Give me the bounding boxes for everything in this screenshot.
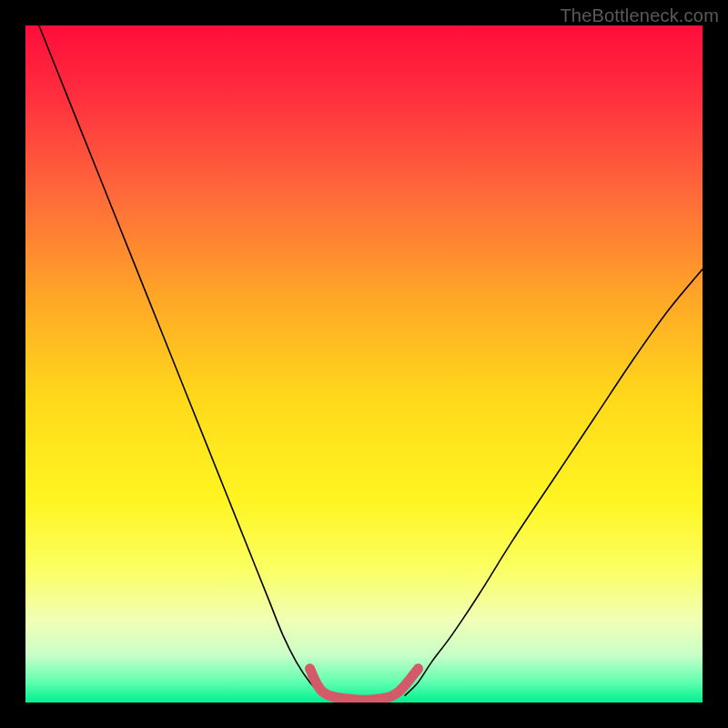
- bottleneck-chart: [25, 25, 703, 703]
- chart-frame: TheBottleneck.com: [0, 0, 728, 728]
- plot-background: [25, 25, 703, 703]
- watermark-text: TheBottleneck.com: [560, 5, 719, 26]
